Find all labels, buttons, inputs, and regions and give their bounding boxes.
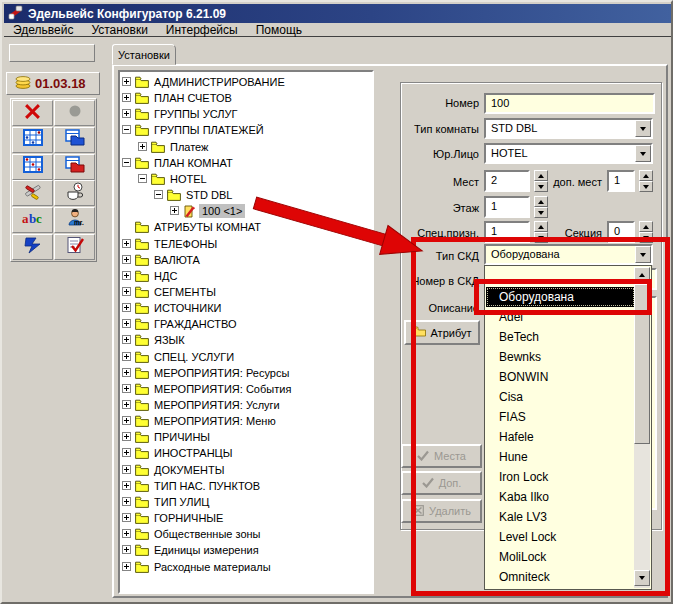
number-field[interactable]: 100 [484, 93, 655, 114]
tab-ustanovki[interactable]: Установки [112, 44, 176, 65]
tree-expander-plus[interactable] [122, 303, 131, 312]
tree-expander-plus[interactable] [122, 448, 131, 457]
toolbar-button-coffee-break[interactable] [54, 180, 95, 206]
tree-expander-minus[interactable] [138, 174, 147, 183]
tree-expander-plus[interactable] [122, 93, 131, 102]
spin-down-button[interactable] [639, 181, 653, 192]
tree-expander-minus[interactable] [154, 190, 163, 199]
tree-expander-plus[interactable] [122, 255, 131, 264]
spin-down-button[interactable] [639, 232, 653, 243]
tree-item-гражданство[interactable]: ГРАЖДАНСТВО [120, 316, 372, 332]
tree-expander-plus[interactable] [122, 319, 131, 328]
toolbar-button-guest[interactable]: mr. [54, 207, 95, 233]
tree-item-причины[interactable]: ПРИЧИНЫ [120, 429, 372, 445]
dropdown-item-Kale LV3[interactable]: Kale LV3 [486, 507, 635, 527]
spin-up-button[interactable] [639, 221, 653, 232]
places-button[interactable]: Места [401, 444, 482, 468]
extra-button[interactable]: Доп. [401, 471, 482, 495]
tree-expander-plus[interactable] [122, 545, 131, 554]
tree-item-hotel[interactable]: HOTEL [120, 171, 372, 187]
scroll-up-button[interactable] [634, 267, 650, 283]
menu-item-0[interactable]: Эдельвейс [4, 23, 82, 37]
dropdown-item-blank[interactable] [486, 267, 635, 287]
tree-item-платеж[interactable]: Платеж [120, 139, 372, 155]
tree-expander-plus[interactable] [122, 497, 131, 506]
tree-expander-plus[interactable] [122, 384, 131, 393]
tree-expander-plus[interactable] [122, 465, 131, 474]
toolbar-button-audit-check[interactable] [54, 234, 95, 260]
dropdown-item-Omniteck[interactable]: Omniteck [486, 567, 635, 587]
tree-expander-plus[interactable] [122, 109, 131, 118]
tree-expander-plus[interactable] [122, 529, 131, 538]
toolbar-button-tools[interactable] [12, 180, 53, 206]
tree-item-телефоны[interactable]: ТЕЛЕФОНЫ [120, 236, 372, 252]
tree-expander-plus[interactable] [122, 77, 131, 86]
tree-expander-plus[interactable] [122, 400, 131, 409]
tree-item-ндс[interactable]: НДС [120, 268, 372, 284]
dropdown-item-Bewnks[interactable]: Bewnks [486, 347, 635, 367]
dropdown-item-Hafele[interactable]: Hafele [486, 427, 635, 447]
special-field[interactable]: 1 [484, 221, 530, 243]
tree-item-единицы-измерения[interactable]: Единицы измерения [120, 542, 372, 558]
toolbar-button-folio-blue[interactable] [54, 127, 95, 153]
tree-expander-plus[interactable] [122, 481, 131, 490]
lock-type-dropdown-button[interactable] [635, 246, 651, 263]
tree-expander-plus[interactable] [170, 206, 179, 215]
toolbar-button-sync[interactable] [12, 234, 53, 260]
tree-item-std-dbl[interactable]: STD DBL [120, 187, 372, 203]
tree-item-тип-улиц[interactable]: ТИП УЛИЦ [120, 494, 372, 510]
dropdown-item-Hune[interactable]: Hune [486, 447, 635, 467]
dropdown-item-Iron Lock[interactable]: Iron Lock [486, 467, 635, 487]
tree-item-сегменты[interactable]: СЕГМЕНТЫ [120, 284, 372, 300]
attribute-button[interactable]: Атрибут [404, 320, 480, 345]
tree-expander-plus[interactable] [122, 271, 131, 280]
dropdown-item-Adel[interactable]: Adel [486, 307, 635, 327]
dropdown-scrollbar[interactable] [634, 267, 650, 588]
toolbar-button-rooms-grid-blue[interactable] [12, 127, 53, 153]
tree-item-план-счетов[interactable]: ПЛАН СЧЕТОВ [120, 90, 372, 106]
tree-item-группы-платежей[interactable]: ГРУППЫ ПЛАТЕЖЕЙ [120, 122, 372, 138]
tree-expander-minus[interactable] [122, 158, 131, 167]
delete-button[interactable]: Удалить [401, 499, 482, 523]
legal-entity-combo[interactable]: HOTEL [484, 143, 653, 164]
dropdown-item-Level Lock[interactable]: Level Lock [486, 527, 635, 547]
dropdown-item-Kaba Ilko[interactable]: Kaba Ilko [486, 487, 635, 507]
menu-item-1[interactable]: Установки [82, 23, 156, 37]
tree-expander-plus[interactable] [122, 287, 131, 296]
dropdown-item-Оборудована[interactable]: Оборудована [486, 287, 635, 307]
dropdown-item-MoliLock[interactable]: MoliLock [486, 547, 635, 567]
tree-item-источники[interactable]: ИСТОЧНИКИ [120, 300, 372, 316]
tree-item-общественные-зоны[interactable]: Общественные зоны [120, 526, 372, 542]
scroll-down-button[interactable] [634, 570, 650, 586]
dropdown-item-FIAS[interactable]: FIAS [486, 407, 635, 427]
legal-entity-dropdown-button[interactable] [635, 145, 651, 162]
tree-item-спец-услуги[interactable]: СПЕЦ. УСЛУГИ [120, 349, 372, 365]
tree-item-горничные[interactable]: ГОРНИЧНЫЕ [120, 510, 372, 526]
toolbar-button-delete[interactable] [12, 100, 53, 126]
tree-item-администрирование[interactable]: АДМИНИСТРИРОВАНИЕ [120, 74, 372, 90]
menu-item-3[interactable]: Помощь [247, 23, 311, 37]
tree-item-язык[interactable]: ЯЗЫК [120, 332, 372, 348]
menu-item-2[interactable]: Интерфейсы [157, 23, 247, 37]
floor-field[interactable]: 1 [484, 196, 530, 218]
tree-item-мероприятия-события[interactable]: МЕРОПРИЯТИЯ: События [120, 381, 372, 397]
tree-item-100-1-[interactable]: 100 <1> [120, 203, 372, 219]
tree-expander-plus[interactable] [122, 562, 131, 571]
tree-expander-plus[interactable] [122, 335, 131, 344]
beds-field[interactable]: 2 [484, 170, 530, 192]
tree-item-группы-услуг[interactable]: ГРУППЫ УСЛУГ [120, 106, 372, 122]
tree-item-мероприятия-меню[interactable]: МЕРОПРИЯТИЯ: Меню [120, 413, 372, 429]
toolbar-button-abc[interactable]: abc [12, 207, 53, 233]
tree-expander-plus[interactable] [122, 352, 131, 361]
tree-item-план-комнат[interactable]: ПЛАН КОМНАТ [120, 155, 372, 171]
tree-expander-plus[interactable] [138, 142, 147, 151]
tree-item-тип-нас-пунктов[interactable]: ТИП НАС. ПУНКТОВ [120, 478, 372, 494]
dropdown-item-Cisa[interactable]: Cisa [486, 387, 635, 407]
section-field[interactable]: 0 [607, 221, 635, 243]
tree-item-атрибуты-комнат[interactable]: АТРИБУТЫ КОМНАТ [120, 219, 372, 235]
toolbar-button-rooms-grid-red[interactable] [12, 154, 53, 180]
tree-item-документы[interactable]: ДОКУМЕНТЫ [120, 462, 372, 478]
room-type-combo[interactable]: STD DBL [484, 118, 653, 139]
lock-type-combo[interactable]: Оборудована [484, 244, 653, 265]
dropdown-item-BeTech[interactable]: BeTech [486, 327, 635, 347]
